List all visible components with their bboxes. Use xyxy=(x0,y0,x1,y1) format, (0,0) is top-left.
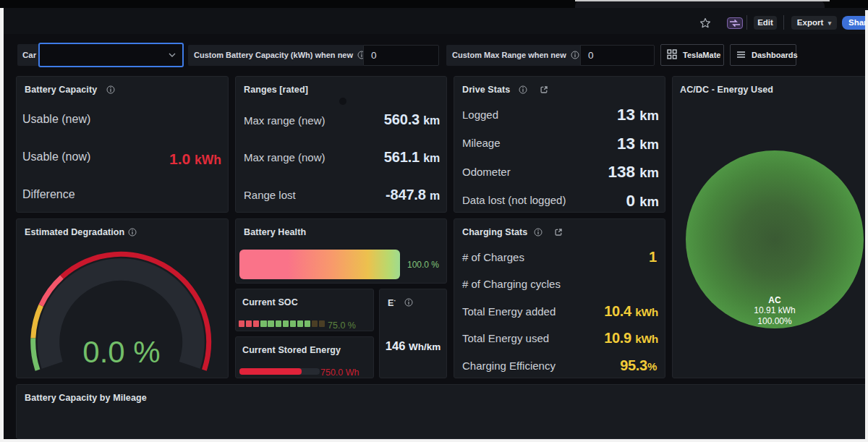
svg-text:0.0 %: 0.0 % xyxy=(82,335,160,369)
